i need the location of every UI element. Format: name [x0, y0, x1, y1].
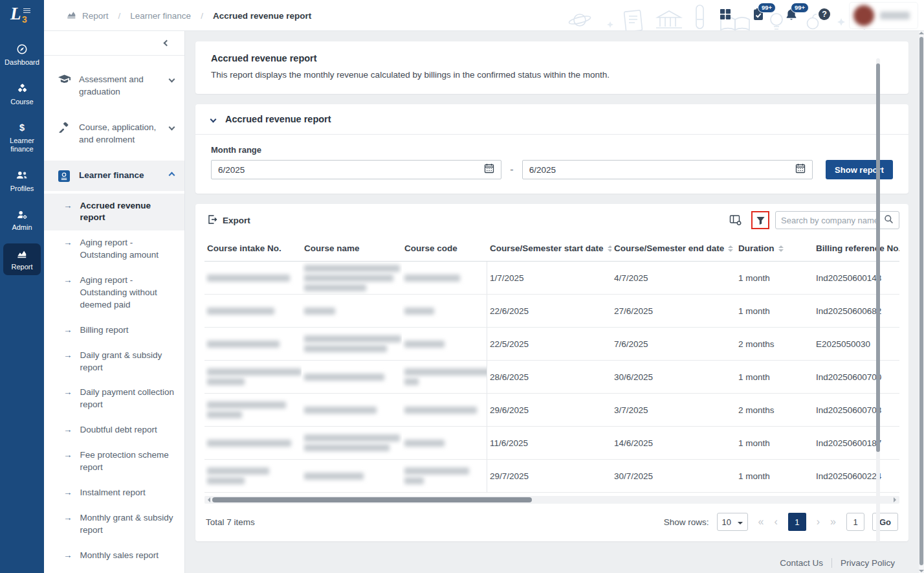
page-scrollbar-thumb[interactable] — [919, 37, 923, 565]
redaction-blob — [404, 308, 434, 315]
nav-scrollbar[interactable] — [876, 58, 880, 542]
first-page-button[interactable]: « — [758, 516, 764, 528]
sidebar-item-dashboard[interactable]: Dashboard — [3, 39, 41, 71]
show-report-button[interactable]: Show report — [826, 160, 893, 179]
nav-scrollbar-thumb[interactable] — [876, 63, 880, 452]
cell-course-code-redacted — [402, 460, 487, 492]
redaction-blob — [304, 345, 387, 352]
table-row[interactable]: 1/7/20254/7/20251 monthInd20250600143 — [204, 262, 899, 295]
table-horizontal-scrollbar[interactable] — [204, 496, 899, 504]
table-row[interactable]: 29/7/202530/7/20251 monthInd20250600224 — [204, 460, 899, 493]
nav-item-aging-report-outstanding-without-deemed-paid[interactable]: →Aging report - Outstanding without deem… — [44, 268, 184, 318]
nav-item-payment-transaction-report[interactable]: →Payment transaction report — [44, 568, 184, 573]
sidebar-item-course[interactable]: Course — [3, 78, 41, 111]
table-row[interactable]: 22/6/202527/6/20251 monthInd20250600682 — [204, 295, 899, 328]
month-from-field[interactable] — [211, 160, 501, 179]
scrollbar-down-arrow[interactable] — [919, 570, 924, 572]
cell-course-code-redacted — [402, 328, 487, 360]
nav-item-daily-grant-subsidy-report[interactable]: →Daily grant & subsidy report — [44, 343, 184, 381]
cell-end-date: 30/6/2025 — [611, 361, 736, 393]
page-scrollbar[interactable] — [919, 31, 924, 573]
month-from-input[interactable] — [218, 165, 484, 175]
cell-start-date: 28/6/2025 — [487, 361, 611, 393]
column-label: Course/Semester start date — [490, 243, 604, 253]
column-label: Course code — [404, 243, 457, 253]
column-settings-button[interactable] — [726, 212, 745, 229]
previous-page-button[interactable]: ‹ — [774, 516, 777, 528]
scroll-left-arrow[interactable] — [205, 497, 210, 502]
month-to-input[interactable] — [529, 165, 795, 175]
svg-text:?: ? — [822, 10, 827, 19]
table-row[interactable]: 28/6/202530/6/20251 monthInd20250600700 — [204, 361, 899, 394]
sidebar-item-report[interactable]: Report — [3, 243, 41, 276]
filter-button[interactable] — [751, 211, 769, 229]
report-table-card: Export Course intake No.Course nameCours — [195, 204, 908, 541]
sidebar-item-learner-finance[interactable]: $Learner finance — [3, 117, 41, 157]
nav-group-course-application-and-enrolment[interactable]: Course, application, and enrolment — [44, 113, 184, 155]
cell-start-date: 11/6/2025 — [487, 427, 611, 459]
sidebar-item-admin[interactable]: Admin — [3, 204, 41, 236]
table-row[interactable]: 29/6/20253/7/20252 monthsInd20250600703 — [204, 394, 899, 427]
column-header-course-semester-end-date[interactable]: Course/Semester end date — [611, 236, 736, 261]
profiles-icon — [16, 170, 28, 181]
doodle-test-tube-icon — [696, 5, 703, 28]
sort-icon[interactable] — [728, 245, 733, 252]
nav-group-assessment-and-graduation[interactable]: Assessment and graduation — [44, 65, 184, 107]
column-label: Duration — [738, 243, 775, 253]
notifications-bell-button[interactable]: 99+ — [784, 8, 799, 23]
nav-item-aging-report-outstanding-amount[interactable]: →Aging report - Outstanding amount — [44, 230, 184, 268]
calendar-icon[interactable] — [795, 163, 806, 176]
nav-item-instalment-report[interactable]: →Instalment report — [44, 480, 184, 506]
collapse-panel-button[interactable] — [44, 31, 184, 56]
table-row[interactable]: 22/5/20257/6/20252 monthsE2025050030 — [204, 328, 899, 361]
column-header-course-semester-start-date[interactable]: Course/Semester start date — [487, 236, 611, 261]
horizontal-scrollbar-thumb[interactable] — [212, 497, 532, 502]
breadcrumb-item-report[interactable]: Report — [66, 10, 109, 21]
cell-start-date: 29/7/2025 — [487, 460, 611, 492]
nav-item-accrued-revenue-report[interactable]: →Accrued revenue report — [44, 194, 184, 231]
nav-item-monthly-grant-subsidy-report[interactable]: →Monthly grant & subsidy report — [44, 506, 184, 543]
export-button[interactable]: Export — [204, 214, 250, 227]
nav-item-monthly-sales-report[interactable]: →Monthly sales report — [44, 543, 184, 568]
filter-section-header[interactable]: Accrued revenue report — [195, 104, 908, 135]
help-button[interactable]: ? — [817, 8, 832, 23]
apps-grid-button[interactable] — [718, 8, 733, 23]
notification-badge: 99+ — [758, 3, 776, 13]
last-page-button[interactable]: » — [830, 516, 836, 528]
rows-per-page-select[interactable]: 10 — [717, 513, 748, 531]
nav-item-billing-report[interactable]: →Billing report — [44, 318, 184, 343]
nav-group-learner-finance[interactable]: Learner finance — [44, 161, 184, 191]
table-row[interactable]: 11/6/202514/6/20251 monthInd20250600187 — [204, 427, 899, 460]
app-logo[interactable]: L 3 — [0, 0, 44, 31]
report-filter-card: Accrued revenue report Month range - Sho… — [195, 104, 908, 194]
nav-item-fee-protection-scheme-report[interactable]: →Fee protection scheme report — [44, 443, 184, 480]
nav-item-doubtful-debt-report[interactable]: →Doubtful debt report — [44, 418, 184, 443]
calendar-icon[interactable] — [484, 163, 494, 176]
footer-link-contact-us[interactable]: Contact Us — [771, 558, 831, 568]
sidebar-item-profiles[interactable]: Profiles — [3, 165, 41, 197]
cell-course-name-redacted — [302, 361, 402, 393]
table-search-input[interactable] — [781, 216, 880, 225]
page-title: Accrued revenue report — [211, 53, 893, 63]
sort-icon[interactable] — [778, 245, 784, 252]
footer-link-privacy-policy[interactable]: Privacy Policy — [831, 558, 903, 568]
nav-item-daily-payment-collection-report[interactable]: →Daily payment collection report — [44, 380, 184, 418]
redacted-text — [304, 473, 397, 480]
table-search-field[interactable] — [775, 211, 899, 229]
breadcrumb-item-learner-finance[interactable]: Learner finance — [130, 11, 191, 21]
tasks-button[interactable]: 99+ — [751, 8, 766, 23]
scrollbar-up-arrow[interactable] — [919, 32, 924, 34]
redaction-blob — [304, 374, 384, 381]
redaction-blob — [404, 275, 460, 282]
month-to-field[interactable] — [522, 160, 813, 179]
arrow-right-icon: → — [63, 550, 72, 562]
column-header-duration[interactable]: Duration — [736, 236, 813, 261]
next-page-button[interactable]: › — [817, 516, 820, 528]
current-page-button[interactable]: 1 — [788, 513, 806, 531]
cell-course-name-redacted — [302, 394, 402, 426]
scroll-right-arrow[interactable] — [894, 497, 899, 502]
cell-course-name-redacted — [302, 262, 402, 294]
goto-page-input[interactable] — [846, 513, 864, 531]
user-menu[interactable] — [850, 3, 918, 28]
cell-start-date: 29/6/2025 — [487, 394, 611, 426]
